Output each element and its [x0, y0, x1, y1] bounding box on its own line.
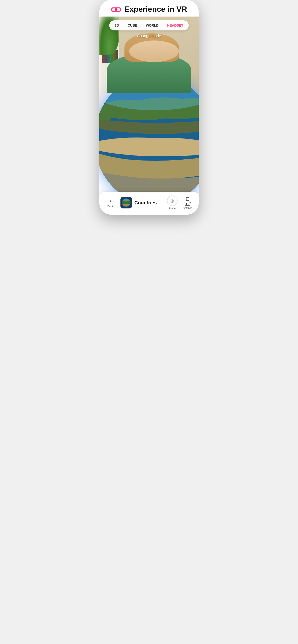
- mode-world-button[interactable]: WORLD: [141, 22, 163, 29]
- back-button[interactable]: ‹ Back: [103, 198, 117, 208]
- header-bar: Experience in VR: [99, 0, 199, 16]
- mode-headset-button[interactable]: HEADSET: [163, 22, 188, 29]
- thumbnail-svg: [120, 197, 132, 208]
- place-button[interactable]: ◎: [167, 196, 178, 206]
- place-section: ◎ Place: [167, 196, 178, 210]
- place-label: Place: [169, 207, 176, 210]
- svg-rect-2: [117, 8, 120, 11]
- screen-area: 3D CUBE WORLD HEADSET Change mode ‹ Back: [99, 16, 199, 215]
- change-mode-label: Change mode: [137, 34, 161, 38]
- vr-headset-icon: [111, 6, 121, 13]
- place-icon: ◎: [170, 198, 174, 204]
- settings-icon: ⊟: [186, 196, 190, 202]
- item-thumbnail: [120, 197, 132, 208]
- svg-rect-1: [112, 8, 115, 11]
- back-label: Back: [107, 205, 113, 208]
- item-title: Countries: [134, 200, 157, 206]
- bottom-bar: ‹ Back Countries: [99, 192, 199, 215]
- svg-rect-4: [111, 8, 112, 10]
- content-item: Countries: [120, 197, 164, 208]
- settings-icon-bars: [185, 203, 190, 206]
- mode-cube-button[interactable]: CUBE: [123, 22, 141, 29]
- svg-rect-3: [115, 9, 117, 10]
- settings-button[interactable]: ⊟ Settings: [181, 196, 195, 210]
- mode-3d-button[interactable]: 3D: [110, 22, 123, 29]
- back-arrow-icon: ‹: [109, 198, 111, 204]
- svg-rect-5: [120, 8, 121, 10]
- svg-point-10: [123, 199, 129, 202]
- face-decoration: [129, 40, 179, 62]
- app-title: Experience in VR: [124, 5, 187, 14]
- mode-selector: 3D CUBE WORLD HEADSET: [109, 20, 189, 30]
- settings-label: Settings: [183, 206, 192, 210]
- phone-frame: Experience in VR: [99, 0, 199, 215]
